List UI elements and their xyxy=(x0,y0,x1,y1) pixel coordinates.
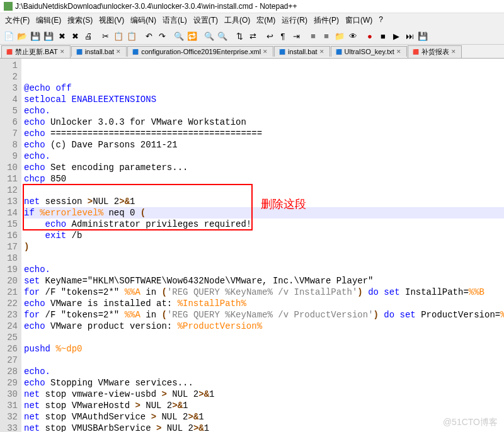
tab[interactable]: 🟥禁止更新.BAT✕ xyxy=(1,45,71,58)
close-icon[interactable]: ✖ xyxy=(55,30,68,42)
tab[interactable]: 🟦install.bat✕ xyxy=(274,46,329,57)
tab[interactable]: 🟦install.bat✕ xyxy=(71,46,127,57)
line-number: 14 xyxy=(6,207,18,219)
code-line[interactable]: echo. xyxy=(24,151,504,162)
tab[interactable]: 🟦UltraISO_key.txt✕ xyxy=(331,46,407,57)
file-icon: 🟦 xyxy=(278,48,286,55)
wordwrap-icon[interactable]: ↩ xyxy=(263,30,276,42)
code-line[interactable]: net stop VMAuthdService > NUL 2>&1 xyxy=(24,411,504,423)
window-titlebar: J:\BaiduNetdiskDownload\unlocker-3.0.4\u… xyxy=(0,0,504,13)
code-line[interactable]: echo. xyxy=(24,264,504,275)
code-line[interactable]: echo (c) Dave Parsons 2011-21 xyxy=(24,139,504,151)
code-line[interactable]: set KeyName="HKLM\SOFTWARE\Wow6432Node\V… xyxy=(24,275,504,287)
playto-icon[interactable]: ⏭ xyxy=(403,30,416,42)
code-line[interactable]: net session >NUL 2>&1 xyxy=(24,196,504,207)
tabbar: 🟥禁止更新.BAT✕🟦install.bat✕🟦configuration-Of… xyxy=(0,45,504,59)
tab-close-icon[interactable]: ✕ xyxy=(60,48,66,55)
menu-run[interactable]: 运行(R) xyxy=(279,14,310,26)
line-number: 33 xyxy=(6,423,18,432)
code-line[interactable]: echo ===================================… xyxy=(24,128,504,139)
new-file-icon[interactable]: 📄 xyxy=(3,30,15,42)
tab-close-icon[interactable]: ✕ xyxy=(396,48,403,55)
code-line[interactable]: for /F "tokens=2*" %%A in ('REG QUERY %K… xyxy=(24,309,504,321)
save-all-icon[interactable]: 💾 xyxy=(42,30,55,42)
code-line[interactable] xyxy=(24,253,504,264)
code-line[interactable]: for /F "tokens=2*" %%A in ('REG QUERY %K… xyxy=(24,287,504,298)
code-line[interactable] xyxy=(24,185,504,196)
code-line[interactable]: @echo off xyxy=(24,82,504,94)
sync-v-icon[interactable]: ⇅ xyxy=(233,30,246,42)
tab[interactable]: 🟥补货报表✕ xyxy=(408,45,462,58)
menu-window[interactable]: 窗口(W) xyxy=(343,14,375,26)
tab-close-icon[interactable]: ✕ xyxy=(451,48,457,55)
undo-icon[interactable]: ↶ xyxy=(142,30,155,42)
code-line[interactable]: echo. xyxy=(24,105,504,117)
replace-icon[interactable]: 🔁 xyxy=(186,30,198,42)
editor[interactable]: 1234567891011121314151617181920212223242… xyxy=(0,59,504,432)
line-number: 6 xyxy=(6,117,18,128)
stop-icon[interactable]: ■ xyxy=(377,30,389,42)
close-all-icon[interactable]: ✖ xyxy=(69,30,81,42)
open-file-icon[interactable]: 📂 xyxy=(16,30,28,42)
code-line[interactable]: chcp 850 xyxy=(24,173,504,185)
save-icon[interactable]: 💾 xyxy=(29,30,42,42)
tab-close-icon[interactable]: ✕ xyxy=(319,48,326,55)
sync-h-icon[interactable]: ⇄ xyxy=(246,30,259,42)
modified-file-icon: 🟥 xyxy=(412,48,420,55)
zoom-in-icon[interactable]: 🔍 xyxy=(203,30,215,42)
code-line[interactable]: if %errorlevel% neq 0 ( xyxy=(24,207,504,219)
paste-icon[interactable]: 📋 xyxy=(125,30,138,42)
cut-icon[interactable]: ✂ xyxy=(99,30,112,42)
code-line[interactable]: exit /b xyxy=(24,230,504,241)
doclist-icon[interactable]: ≡ xyxy=(307,30,319,42)
showall-icon[interactable]: ¶ xyxy=(277,30,289,42)
tab-label: configuration-Office2019Enterprise.xml xyxy=(141,48,261,55)
indent-icon[interactable]: ⇥ xyxy=(290,30,302,42)
code-line[interactable]: ) xyxy=(24,241,504,253)
code-line[interactable]: net stop VMUSBArbService > NUL 2>&1 xyxy=(24,423,504,432)
code-line[interactable]: echo VMware is installed at: %InstallPat… xyxy=(24,298,504,309)
redo-icon[interactable]: ↷ xyxy=(156,30,168,42)
code-line[interactable] xyxy=(24,355,504,366)
record-icon[interactable]: ● xyxy=(364,30,376,42)
menu-edit[interactable]: 编辑(E) xyxy=(33,14,64,26)
line-number: 1 xyxy=(6,60,18,71)
tab-close-icon[interactable]: ✕ xyxy=(116,48,122,55)
code-line[interactable]: echo Administrator privileges required! xyxy=(24,219,504,230)
menu-language[interactable]: 语言(L) xyxy=(160,14,190,26)
menu-plugins[interactable]: 插件(P) xyxy=(311,14,341,26)
menu-file[interactable]: 文件(F) xyxy=(3,14,32,26)
monitor-icon[interactable]: 👁 xyxy=(346,30,359,42)
code-area[interactable]: @echo offsetlocal ENABLEEXTENSIONSecho.e… xyxy=(21,59,504,432)
menu-tools[interactable]: 工具(O) xyxy=(222,14,253,26)
code-line[interactable]: net stop VMwareHostd > NUL 2>&1 xyxy=(24,400,504,411)
code-line[interactable]: echo Unlocker 3.0.3 for VMware Workstati… xyxy=(24,117,504,128)
tab-label: install.bat xyxy=(288,48,317,55)
tab-close-icon[interactable]: ✕ xyxy=(263,48,269,55)
tab[interactable]: 🟦configuration-Office2019Enterprise.xml✕ xyxy=(127,46,273,57)
code-line[interactable]: net stop vmware-view-usbd > NUL 2>&1 xyxy=(24,389,504,400)
code-line[interactable]: echo VMware product version: %ProductVer… xyxy=(24,321,504,332)
menu-encoding[interactable]: 编码(N) xyxy=(128,14,159,26)
modified-file-icon: 🟥 xyxy=(6,48,13,55)
print-icon[interactable]: 🖨 xyxy=(82,30,94,42)
code-line[interactable] xyxy=(24,332,504,343)
menu-macro[interactable]: 宏(M) xyxy=(254,14,278,26)
funclist-icon[interactable]: ≡ xyxy=(320,30,333,42)
menu-view[interactable]: 视图(V) xyxy=(96,14,127,26)
code-line[interactable]: echo Stopping VMware services... xyxy=(24,377,504,389)
zoom-out-icon[interactable]: 🔍 xyxy=(216,30,229,42)
code-line[interactable]: pushd %~dp0 xyxy=(24,343,504,355)
play-icon[interactable]: ▶ xyxy=(390,30,403,42)
code-line[interactable]: echo Set encoding parameters... xyxy=(24,162,504,173)
foldermap-icon[interactable]: 📁 xyxy=(333,30,346,42)
code-line[interactable]: echo. xyxy=(24,366,504,377)
find-icon[interactable]: 🔍 xyxy=(173,30,185,42)
menu-settings[interactable]: 设置(T) xyxy=(191,14,220,26)
code-line[interactable]: setlocal ENABLEEXTENSIONS xyxy=(24,94,504,105)
menubar: 文件(F) 编辑(E) 搜索(S) 视图(V) 编码(N) 语言(L) 设置(T… xyxy=(0,13,504,28)
save-macro-icon[interactable]: 💾 xyxy=(416,30,429,42)
menu-help[interactable]: ? xyxy=(376,14,386,26)
menu-search[interactable]: 搜索(S) xyxy=(65,14,95,26)
copy-icon[interactable]: 📋 xyxy=(112,30,125,42)
